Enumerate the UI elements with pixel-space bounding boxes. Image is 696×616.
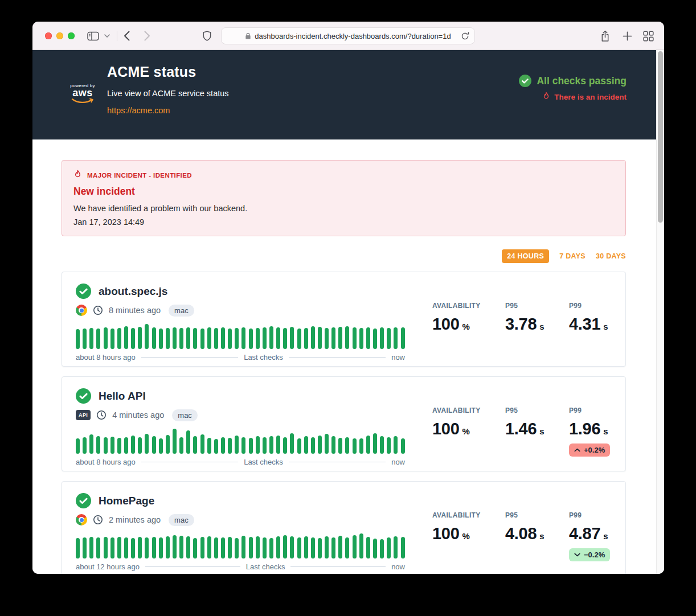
check-history-chart[interactable] <box>76 324 405 349</box>
check-result-bar[interactable] <box>159 438 163 454</box>
check-result-bar[interactable] <box>104 327 108 349</box>
check-result-bar[interactable] <box>76 438 80 454</box>
check-result-bar[interactable] <box>276 536 280 558</box>
check-result-bar[interactable] <box>338 438 342 454</box>
check-result-bar[interactable] <box>207 536 211 558</box>
check-result-bar[interactable] <box>345 537 349 558</box>
address-bar[interactable]: dashboards-incident.checkly-dashboards.c… <box>221 27 475 44</box>
check-result-bar[interactable] <box>76 329 80 349</box>
check-result-bar[interactable] <box>249 328 253 349</box>
check-result-bar[interactable] <box>311 537 315 558</box>
check-result-bar[interactable] <box>345 326 349 349</box>
window-zoom-button[interactable] <box>68 32 75 39</box>
check-result-bar[interactable] <box>366 436 370 454</box>
check-result-bar[interactable] <box>166 435 170 454</box>
check-result-bar[interactable] <box>235 538 239 558</box>
forward-button[interactable] <box>144 22 150 50</box>
check-result-bar[interactable] <box>89 328 93 349</box>
check-result-bar[interactable] <box>235 436 239 454</box>
check-result-bar[interactable] <box>110 437 114 454</box>
check-result-bar[interactable] <box>256 436 260 454</box>
check-result-bar[interactable] <box>283 328 287 349</box>
check-result-bar[interactable] <box>331 436 335 454</box>
check-result-bar[interactable] <box>338 327 342 349</box>
range-30-days-button[interactable]: 30 DAYS <box>596 249 626 263</box>
check-result-bar[interactable] <box>359 533 363 558</box>
check-result-bar[interactable] <box>373 539 377 558</box>
check-result-bar[interactable] <box>166 328 170 349</box>
check-result-bar[interactable] <box>283 437 287 454</box>
check-result-bar[interactable] <box>297 438 301 454</box>
check-result-bar[interactable] <box>311 326 315 349</box>
check-result-bar[interactable] <box>138 537 142 558</box>
check-result-bar[interactable] <box>124 537 128 558</box>
check-result-bar[interactable] <box>318 327 322 349</box>
check-result-bar[interactable] <box>221 437 225 454</box>
check-result-bar[interactable] <box>318 538 322 558</box>
check-result-bar[interactable] <box>117 328 121 349</box>
check-result-bar[interactable] <box>276 436 280 454</box>
check-result-bar[interactable] <box>214 537 218 558</box>
back-button[interactable] <box>124 22 130 50</box>
check-result-bar[interactable] <box>318 436 322 454</box>
check-result-bar[interactable] <box>221 537 225 558</box>
check-result-bar[interactable] <box>263 327 267 349</box>
check-result-bar[interactable] <box>297 328 301 349</box>
check-result-bar[interactable] <box>214 328 218 349</box>
check-result-bar[interactable] <box>228 438 232 454</box>
check-result-bar[interactable] <box>131 328 135 349</box>
check-result-bar[interactable] <box>131 436 135 454</box>
check-result-bar[interactable] <box>145 434 149 454</box>
check-result-bar[interactable] <box>96 328 100 349</box>
check-result-bar[interactable] <box>401 438 405 454</box>
check-result-bar[interactable] <box>117 438 121 454</box>
check-result-bar[interactable] <box>152 436 156 454</box>
check-result-bar[interactable] <box>269 436 273 454</box>
new-tab-icon[interactable] <box>623 22 632 50</box>
check-result-bar[interactable] <box>387 537 391 558</box>
check-history-chart[interactable] <box>76 533 405 558</box>
check-result-bar[interactable] <box>380 436 384 454</box>
share-icon[interactable] <box>600 22 610 50</box>
check-result-bar[interactable] <box>76 538 80 558</box>
check-result-bar[interactable] <box>387 328 391 349</box>
check-result-bar[interactable] <box>124 437 128 454</box>
check-result-bar[interactable] <box>283 535 287 558</box>
check-result-bar[interactable] <box>193 538 197 558</box>
check-result-bar[interactable] <box>200 328 204 349</box>
check-result-bar[interactable] <box>249 438 253 454</box>
privacy-shield-icon[interactable] <box>202 22 212 50</box>
check-result-bar[interactable] <box>200 537 204 558</box>
check-result-bar[interactable] <box>311 437 315 454</box>
check-result-bar[interactable] <box>241 536 245 558</box>
range-7-days-button[interactable]: 7 DAYS <box>559 249 586 263</box>
check-result-bar[interactable] <box>290 536 294 558</box>
check-result-bar[interactable] <box>83 437 87 454</box>
check-result-bar[interactable] <box>353 535 357 558</box>
check-result-bar[interactable] <box>110 537 114 558</box>
reload-icon[interactable] <box>461 31 469 43</box>
check-result-bar[interactable] <box>166 536 170 558</box>
vertical-scrollbar[interactable] <box>656 50 664 574</box>
check-result-bar[interactable] <box>138 327 142 349</box>
check-result-bar[interactable] <box>331 537 335 558</box>
check-result-bar[interactable] <box>359 438 363 454</box>
check-result-bar[interactable] <box>117 537 121 558</box>
check-result-bar[interactable] <box>83 328 87 349</box>
check-result-bar[interactable] <box>331 327 335 349</box>
check-result-bar[interactable] <box>193 436 197 454</box>
check-result-bar[interactable] <box>290 327 294 349</box>
check-result-bar[interactable] <box>345 437 349 454</box>
chevron-down-icon[interactable] <box>104 22 110 50</box>
check-result-bar[interactable] <box>179 536 183 558</box>
check-result-bar[interactable] <box>394 436 398 454</box>
check-result-bar[interactable] <box>89 537 93 558</box>
check-result-bar[interactable] <box>228 328 232 349</box>
check-result-bar[interactable] <box>186 327 190 349</box>
check-result-bar[interactable] <box>241 327 245 349</box>
check-result-bar[interactable] <box>401 537 405 558</box>
scrollbar-thumb[interactable] <box>658 51 663 223</box>
check-result-bar[interactable] <box>338 536 342 558</box>
check-result-bar[interactable] <box>124 326 128 349</box>
check-result-bar[interactable] <box>96 537 100 558</box>
